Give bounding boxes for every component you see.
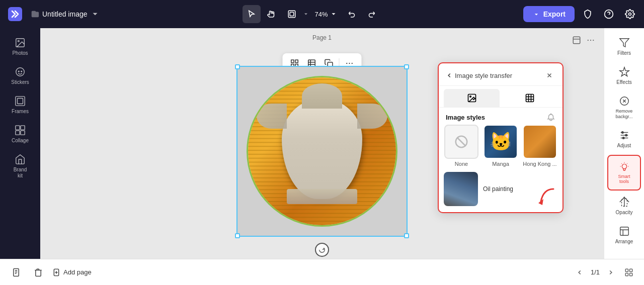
image-inner — [248, 77, 396, 225]
svg-point-28 — [349, 63, 350, 64]
handle-br[interactable] — [404, 233, 409, 238]
right-item-smart-tools[interactable]: Smarttools — [607, 155, 641, 191]
svg-rect-10 — [16, 126, 20, 130]
undo-redo-group — [343, 5, 380, 23]
svg-rect-56 — [625, 273, 628, 275]
style-panel-tabs — [439, 86, 562, 108]
hand-tool-btn[interactable] — [263, 5, 281, 23]
help-icon-btn[interactable] — [601, 6, 617, 22]
svg-point-29 — [352, 63, 353, 64]
prev-page-btn[interactable] — [573, 265, 587, 279]
style-tab-2[interactable] — [502, 89, 557, 107]
smart-tools-label: Smarttools — [618, 174, 630, 185]
sidebar-item-stickers[interactable]: Stickers — [0, 61, 40, 90]
style-item-manga[interactable]: Manga — [483, 125, 518, 167]
remove-bg-label: Removebackgr... — [615, 109, 632, 120]
style-panel-header: Image style transfer — [439, 63, 562, 86]
canvas-minimize-btn[interactable] — [570, 33, 584, 47]
svg-point-33 — [469, 96, 471, 98]
handle-bl[interactable] — [235, 233, 240, 238]
select-tool-btn[interactable] — [243, 5, 261, 23]
page-label: Page 1 — [312, 34, 332, 41]
style-tab-1[interactable] — [444, 89, 500, 107]
right-item-adjust[interactable]: Adjust — [604, 125, 644, 154]
handle-tl[interactable] — [235, 64, 240, 69]
bottombar-left: Add page — [8, 264, 92, 280]
shield-icon-btn[interactable] — [580, 6, 596, 22]
rotate-handle[interactable] — [315, 243, 329, 257]
settings-icon-btn[interactable] — [622, 6, 638, 22]
svg-line-36 — [457, 137, 466, 146]
file-title[interactable]: Untitled image — [30, 10, 100, 19]
style-thumb-none — [444, 125, 478, 159]
delete-page-btn[interactable] — [30, 264, 46, 280]
style-thumb-hongkong — [523, 125, 557, 159]
style-item-hongkong[interactable]: Hong Kong ... — [522, 125, 557, 167]
style-label-oil: Oil painting — [483, 185, 513, 193]
canvas-image[interactable] — [247, 76, 397, 227]
style-section-title: Image styles — [439, 108, 562, 125]
svg-rect-11 — [21, 126, 25, 130]
bottombar-right: 1/1 — [573, 265, 636, 279]
style-panel-back-btn[interactable]: Image style transfer — [446, 72, 512, 79]
right-item-effects[interactable]: Effects — [604, 61, 644, 90]
zoom-value: 74% — [315, 11, 328, 18]
svg-rect-46 — [620, 227, 628, 236]
svg-rect-55 — [630, 269, 632, 271]
style-label-hongkong: Hong Kong ... — [523, 161, 556, 167]
frame-tool-btn[interactable] — [283, 5, 301, 23]
svg-point-4 — [629, 13, 631, 16]
svg-point-27 — [346, 63, 347, 64]
undo-btn[interactable] — [343, 5, 361, 23]
topbar: Untitled image 74% — [0, 0, 644, 28]
svg-rect-14 — [573, 37, 580, 44]
svg-point-6 — [18, 40, 19, 42]
sidebar-item-frames[interactable]: Frames — [0, 90, 40, 120]
topbar-right: Export — [523, 6, 638, 22]
svg-point-15 — [588, 40, 589, 41]
document-title: Untitled image — [42, 10, 88, 18]
right-item-opacity[interactable]: Opacity — [604, 192, 644, 221]
style-grid: None Manga Hong Kong ... — [439, 125, 562, 172]
svg-rect-57 — [630, 273, 632, 275]
svg-point-45 — [622, 137, 624, 139]
right-item-filters[interactable]: Filters — [604, 32, 644, 61]
style-transfer-panel: Image style transfer — [438, 62, 564, 213]
svg-rect-18 — [291, 60, 294, 62]
right-item-remove-bg[interactable]: Removebackgr... — [604, 90, 644, 125]
page-settings-btn[interactable] — [8, 264, 24, 280]
style-item-oil[interactable]: Oil painting — [444, 172, 557, 206]
sidebar-item-collage[interactable]: Collage — [0, 120, 40, 149]
style-panel-title: Image style transfer — [455, 72, 512, 79]
main-area: Photos Stickers Frames Collag — [0, 28, 644, 259]
svg-rect-8 — [16, 97, 25, 106]
svg-rect-54 — [625, 269, 628, 271]
expand-pages-btn[interactable] — [622, 265, 636, 279]
sidebar-item-photos[interactable]: Photos — [0, 32, 40, 61]
style-panel-close-btn[interactable] — [543, 69, 555, 81]
add-page-btn[interactable]: Add page — [52, 268, 92, 276]
shield-ornament — [282, 99, 362, 199]
right-item-arrange[interactable]: Arrange — [604, 221, 644, 250]
canvas-tools: 74% — [106, 5, 517, 23]
canvas-more-btn[interactable] — [584, 33, 598, 47]
sidebar-item-brand-label: Brandkit — [14, 167, 27, 179]
next-page-btn[interactable] — [604, 265, 618, 279]
bottombar: Add page 1/1 — [0, 259, 644, 285]
canvas-selection-frame — [236, 66, 408, 237]
export-button[interactable]: Export — [523, 6, 575, 22]
svg-rect-34 — [526, 94, 533, 102]
style-item-none[interactable]: None — [444, 125, 479, 167]
app-logo — [6, 5, 24, 23]
zoom-control[interactable]: 74% — [311, 11, 341, 18]
svg-point-44 — [625, 134, 627, 136]
style-thumb-manga — [484, 125, 518, 159]
svg-point-7 — [16, 68, 25, 76]
style-label-manga: Manga — [492, 161, 509, 167]
sidebar-item-brand[interactable]: Brandkit — [0, 149, 40, 184]
svg-rect-2 — [290, 12, 294, 16]
handle-tr[interactable] — [404, 64, 409, 69]
redo-btn[interactable] — [362, 5, 380, 23]
svg-rect-9 — [18, 99, 23, 104]
sidebar-right: Filters Effects Removebackgr... Adjust — [604, 28, 644, 259]
